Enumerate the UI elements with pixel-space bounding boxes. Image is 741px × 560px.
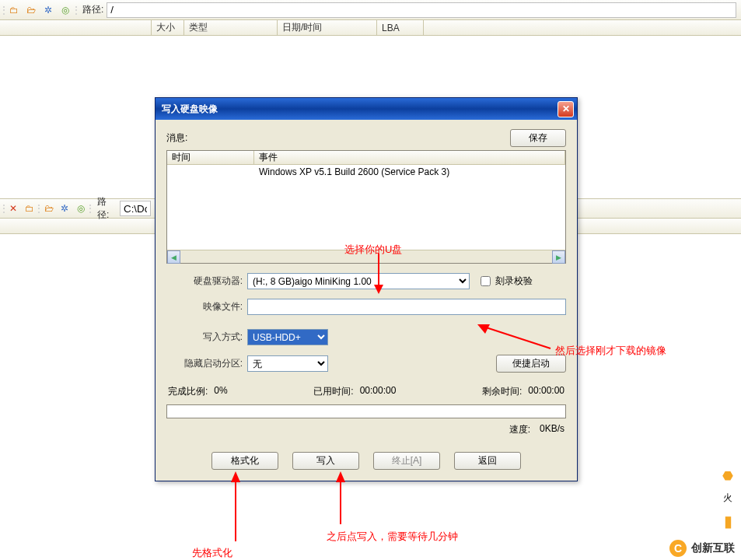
hidden-boot-label: 隐藏启动分区:	[166, 357, 243, 370]
write-mode-label: 写入方式:	[166, 331, 243, 344]
dialog-title: 写入硬盘映像	[162, 103, 218, 116]
progress-bar	[166, 404, 566, 418]
top-toolbar: 🗀 🗁 ✲ ◎ 路径:	[0, 0, 741, 20]
col-lba[interactable]: LBA	[377, 20, 424, 35]
folder-up-icon[interactable]: 🗁	[41, 200, 57, 217]
save-button[interactable]: 保存	[510, 129, 566, 147]
arrow-icon	[226, 471, 250, 544]
col-type[interactable]: 类型	[184, 20, 278, 35]
col-name[interactable]	[0, 20, 152, 35]
scroll-left-icon[interactable]: ◀	[167, 250, 180, 264]
side-label: 火	[723, 492, 732, 505]
path-label: 路径:	[97, 195, 117, 222]
elapsed-value: 00:00:00	[360, 385, 397, 398]
elapsed-label: 已用时间:	[313, 385, 353, 398]
speed-label: 速度:	[509, 423, 530, 436]
format-button[interactable]: 格式化	[211, 452, 278, 470]
scroll-right-icon[interactable]: ▶	[552, 250, 565, 264]
scroll-track[interactable]	[180, 250, 552, 263]
watermark-icon: C	[669, 540, 687, 557]
column-header: 大小 类型 日期/时间 LBA	[0, 20, 741, 36]
hidden-boot-select[interactable]: 无	[247, 355, 328, 372]
message-label: 消息:	[166, 131, 187, 145]
remaining-value: 00:00:00	[528, 385, 564, 398]
path-label: 路径:	[82, 3, 103, 16]
verify-checkbox[interactable]	[481, 276, 491, 286]
annotation-format-first: 先格式化	[192, 546, 232, 560]
message-event-text: Windows XP v5.1 Build 2600 (Service Pack…	[259, 166, 449, 177]
image-file-label: 映像文件:	[166, 300, 243, 313]
percent-value: 0%	[214, 385, 227, 398]
col-datetime[interactable]: 日期/时间	[278, 20, 377, 35]
col-time[interactable]: 时间	[167, 151, 254, 164]
write-button[interactable]: 写入	[292, 452, 359, 470]
path-input-2[interactable]	[120, 201, 151, 216]
image-file-input[interactable]	[247, 299, 566, 315]
verify-label: 刻录校验	[495, 275, 533, 288]
stop-button: 终止[A]	[373, 452, 440, 470]
folder-tree-icon[interactable]: 🗀	[5, 2, 23, 19]
write-disk-image-dialog: 写入硬盘映像 ✕ 消息: 保存 时间 事件 Windows XP v5.1 Bu…	[155, 97, 578, 481]
message-table: 时间 事件 Windows XP v5.1 Build 2600 (Servic…	[166, 150, 566, 264]
toolbar-grip	[74, 2, 78, 19]
watermark: C 创新互联	[663, 537, 741, 560]
path-input[interactable]	[107, 2, 736, 18]
col-size[interactable]: 大小	[152, 20, 184, 35]
watermark-text: 创新互联	[691, 541, 735, 555]
annotation-then-write: 之后点写入，需要等待几分钟	[327, 530, 458, 544]
remaining-label: 剩余时间:	[482, 385, 522, 398]
dialog-titlebar[interactable]: 写入硬盘映像 ✕	[156, 98, 577, 120]
shield-icon: ⬣	[719, 467, 736, 484]
scrollbar[interactable]: ◀ ▶	[167, 250, 565, 263]
back-button[interactable]: 返回	[454, 452, 521, 470]
side-icons: ⬣ 火 ▮	[719, 467, 736, 530]
delete-icon[interactable]: ✕	[5, 200, 21, 217]
percent-label: 完成比例:	[168, 385, 208, 398]
usb-icon: ▮	[719, 513, 736, 530]
second-toolbar: ✕ 🗀 🗁 ✲ ◎ 路径:	[0, 198, 156, 219]
gear-icon[interactable]: ✲	[40, 2, 57, 19]
folder-up-icon[interactable]: 🗁	[23, 2, 40, 19]
drive-label: 硬盘驱动器:	[166, 275, 243, 288]
quick-boot-button[interactable]: 便捷启动	[496, 355, 566, 373]
col-event[interactable]: 事件	[254, 151, 565, 164]
message-header: 时间 事件	[167, 151, 565, 165]
dialog-body: 消息: 保存 时间 事件 Windows XP v5.1 Build 2600 …	[156, 120, 577, 481]
gear-icon[interactable]: ✲	[57, 200, 72, 217]
drive-select[interactable]: (H:, 8 GB)aigo MiniKing 1.00	[247, 273, 470, 289]
message-row: Windows XP v5.1 Build 2600 (Service Pack…	[167, 165, 565, 250]
close-icon[interactable]: ✕	[557, 101, 574, 117]
toolbar-grip	[89, 200, 93, 217]
speed-value: 0KB/s	[540, 423, 564, 436]
write-mode-select[interactable]: USB-HDD+	[247, 329, 328, 345]
